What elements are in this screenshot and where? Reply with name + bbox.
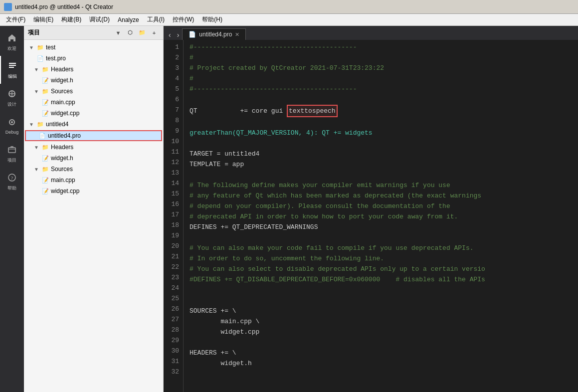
tree-label-headers1: Headers <box>51 66 73 73</box>
menu-analyze[interactable]: Analyze <box>114 15 143 24</box>
tree-folder-sources1[interactable]: ▼ 📁 Sources <box>24 86 163 97</box>
tree-folder-headers1[interactable]: ▼ 📁 Headers <box>24 64 163 75</box>
tree-file-test-pro[interactable]: 📄 test.pro <box>24 53 163 64</box>
svg-text:?: ? <box>11 175 13 181</box>
tree-label-headers2: Headers <box>51 144 73 151</box>
tree-label-sources2: Sources <box>51 166 73 173</box>
tree-label-main-cpp2: main.cpp <box>51 177 75 184</box>
tree-label-widget-h2: widget.h <box>51 155 73 162</box>
tree-file-widget-cpp1[interactable]: 📝 widget.cpp <box>24 108 163 119</box>
tab-close-btn[interactable]: ✕ <box>235 31 239 38</box>
tab-untitled4-pro[interactable]: 📄 untitled4.pro ✕ <box>182 28 246 40</box>
svg-point-7 <box>11 121 13 123</box>
editor-tabs: ‹ › 📄 untitled4.pro ✕ <box>164 26 578 40</box>
debug-icon <box>6 117 17 128</box>
tree-folder-sources2[interactable]: ▼ 📁 Sources <box>24 164 163 175</box>
menu-tools[interactable]: 工具(I) <box>143 14 169 25</box>
arrow-sources2: ▼ <box>33 166 40 173</box>
project-tree: ▼ 📁 test 📄 test.pro ▼ 📁 Headers 📝 widget… <box>24 40 163 392</box>
file-icon-main-cpp2: 📝 <box>41 176 49 184</box>
code-content[interactable]: #---------------------------------------… <box>184 40 578 392</box>
file-icon-main-cpp1: 📝 <box>41 98 49 106</box>
file-icon-widget-cpp2: 📝 <box>41 187 49 195</box>
tab-title: untitled4.pro <box>199 31 232 38</box>
tree-label-untitled4: untitled4 <box>46 121 68 128</box>
folder-btn[interactable]: 📁 <box>137 28 147 38</box>
tree-label-widget-cpp1: widget.cpp <box>51 110 79 117</box>
svg-rect-2 <box>9 67 14 68</box>
sidebar-item-welcome[interactable]: 欢迎 <box>0 28 24 56</box>
arrow-test: ▼ <box>28 44 35 51</box>
help-icon: ? <box>6 172 17 183</box>
arrow-sources1: ▼ <box>33 88 40 95</box>
sidebar-label-project: 项目 <box>7 157 16 164</box>
sidebar-label-welcome: 欢迎 <box>7 45 16 52</box>
tree-file-main-cpp1[interactable]: 📝 main.cpp <box>24 97 163 108</box>
folder-icon-sources1: 📁 <box>41 87 49 95</box>
sidebar-label-edit: 编辑 <box>8 73 17 80</box>
home-icon <box>6 32 17 43</box>
tree-file-widget-h1[interactable]: 📝 widget.h <box>24 75 163 86</box>
sidebar-label-help: 帮助 <box>7 185 16 192</box>
line-numbers: 12345 678910 1112131415 1617181920 21222… <box>164 40 184 392</box>
code-editor[interactable]: 12345 678910 1112131415 1617181920 21222… <box>164 40 578 392</box>
tab-nav-right[interactable]: › <box>174 30 183 40</box>
svg-rect-8 <box>8 148 15 153</box>
folder-icon-sources2: 📁 <box>41 165 49 173</box>
arrow-headers1: ▼ <box>33 66 40 73</box>
arrow-untitled4: ▼ <box>28 121 35 128</box>
project-title: 项目 <box>28 28 40 37</box>
tree-file-main-cpp2[interactable]: 📝 main.cpp <box>24 175 163 186</box>
tree-folder-headers2[interactable]: ▼ 📁 Headers <box>24 142 163 153</box>
tab-nav-left[interactable]: ‹ <box>166 30 174 40</box>
sidebar-item-help[interactable]: ? 帮助 <box>0 168 24 196</box>
menu-build[interactable]: 构建(B) <box>57 14 85 25</box>
add-btn[interactable]: + <box>149 28 159 38</box>
tree-label-test-pro: test.pro <box>46 55 66 62</box>
tree-folder-test[interactable]: ▼ 📁 test <box>24 42 163 53</box>
file-icon-widget-h2: 📝 <box>41 154 49 162</box>
file-icon-widget-h1: 📝 <box>41 76 49 84</box>
sidebar-item-design[interactable]: 设计 <box>0 84 24 112</box>
tree-folder-untitled4[interactable]: ▼ 📁 untitled4 <box>24 119 163 130</box>
folder-icon-headers2: 📁 <box>41 143 49 151</box>
link-btn[interactable]: ⬡ <box>125 28 135 38</box>
folder-icon-headers1: 📁 <box>41 65 49 73</box>
tree-file-untitled4-pro[interactable]: 📄 untitled4.pro <box>25 130 162 141</box>
sidebar-item-edit[interactable]: 编辑 <box>0 56 24 84</box>
window-title: untitled4.pro @ untitled4 - Qt Creator <box>15 3 113 10</box>
tree-label-widget-h1: widget.h <box>51 77 73 84</box>
svg-rect-0 <box>9 63 16 64</box>
tab-icon: 📄 <box>189 31 196 38</box>
menu-debug[interactable]: 调试(D) <box>85 14 114 25</box>
highlight-texttospeech: texttospeech <box>287 105 338 117</box>
tree-file-widget-cpp2[interactable]: 📝 widget.cpp <box>24 186 163 196</box>
menu-controls[interactable]: 控件(W) <box>169 14 198 25</box>
menu-bar: 文件(F) 编辑(E) 构建(B) 调试(D) Analyze 工具(I) 控件… <box>0 14 578 26</box>
folder-icon-test: 📁 <box>36 43 44 51</box>
menu-file[interactable]: 文件(F) <box>2 14 29 25</box>
project-icon <box>6 144 17 155</box>
main-layout: 欢迎 编辑 设计 <box>0 26 578 392</box>
project-panel: 项目 ▼ ⬡ 📁 + ▼ 📁 test 📄 test.pro ▼ <box>24 26 164 392</box>
tree-label-main-cpp1: main.cpp <box>51 99 75 106</box>
tree-label-sources1: Sources <box>51 88 73 95</box>
sidebar-label-design: 设计 <box>7 101 16 108</box>
sidebar-icons: 欢迎 编辑 设计 <box>0 26 24 392</box>
app-icon <box>4 3 12 11</box>
edit-icon <box>7 60 18 71</box>
tree-file-widget-h2[interactable]: 📝 widget.h <box>24 153 163 164</box>
title-bar: untitled4.pro @ untitled4 - Qt Creator <box>0 0 578 14</box>
menu-edit[interactable]: 编辑(E) <box>29 14 57 25</box>
design-icon <box>6 88 17 99</box>
tree-label-widget-cpp2: widget.cpp <box>51 188 79 195</box>
sidebar-label-debug: Debug <box>5 130 19 135</box>
menu-help[interactable]: 帮助(H) <box>198 14 226 25</box>
filter-btn[interactable]: ▼ <box>113 28 123 38</box>
file-icon-test-pro: 📄 <box>36 54 44 62</box>
project-toolbar: 项目 ▼ ⬡ 📁 + <box>24 26 163 40</box>
tree-label-untitled4-pro: untitled4.pro <box>48 132 81 139</box>
sidebar-item-project[interactable]: 项目 <box>0 140 24 168</box>
sidebar-item-debug[interactable]: Debug <box>0 112 24 140</box>
file-icon-untitled4-pro: 📄 <box>38 132 46 140</box>
